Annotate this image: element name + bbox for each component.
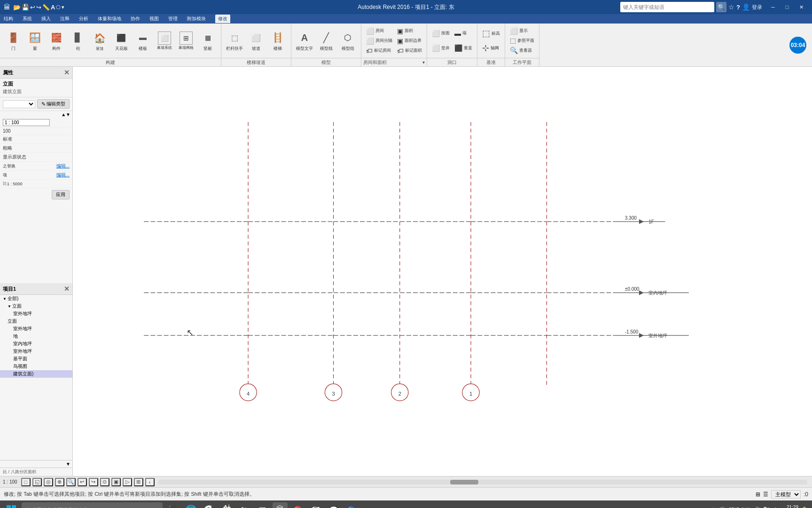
ribbon-btn-column[interactable]: ▊ 柱 [68, 26, 88, 56]
info-link-view[interactable]: 视图 [149, 16, 159, 22]
info-link-insert[interactable]: 插入 [41, 16, 51, 22]
ribbon-btn-window[interactable]: 🪟 窗 [24, 26, 45, 56]
canvas-area[interactable]: 4 3 2 1 3.300 1F ±0.000 室内地坪 -1.500 [73, 67, 812, 476]
qa-undo[interactable]: ↩ [30, 4, 35, 11]
ribbon-btn-component[interactable]: 🧱 构件 [46, 26, 67, 56]
tree-item-all[interactable]: ▼ 全部) [0, 295, 72, 302]
ribbon-btn-ceiling[interactable]: ⬛ 天花板 [111, 26, 132, 56]
apply-btn[interactable]: 应用 [52, 190, 70, 199]
info-link-annotate[interactable]: 注释 [60, 16, 70, 22]
ribbon-btn-tagroom[interactable]: 🏷 标记房间 [364, 46, 394, 56]
ribbon-btn-ramp[interactable]: ⬜ 坡道 [246, 26, 266, 56]
qa-snap[interactable]: ⬡ [56, 4, 61, 11]
project-browser-close-btn[interactable]: ✕ [64, 285, 70, 293]
search-input[interactable] [620, 2, 714, 12]
window-minimize[interactable]: ─ [766, 2, 780, 12]
ribbon-btn-byface[interactable]: ⬜ 按面 [430, 29, 452, 38]
timer-badge[interactable]: 03:04 [789, 37, 806, 54]
notification-btn[interactable]: 🔔 [800, 506, 808, 508]
start-btn[interactable] [4, 502, 19, 508]
bt-btn-3d[interactable]: ▷ [123, 478, 132, 486]
bt-btn-undo2[interactable]: ↩ [78, 478, 87, 486]
bt-btn-rect[interactable]: □ [21, 478, 31, 486]
prop-edit1-value[interactable]: 编辑... [56, 163, 70, 169]
taskbar-search[interactable]: 在这里输入你要搜索的内容 [22, 502, 163, 508]
ribbon-btn-modelgroup[interactable]: ⬡ 模型组 [337, 26, 358, 56]
tree-item-outdoor2[interactable]: 室外地坪 [0, 325, 72, 333]
tray-volume[interactable]: 🔊 [753, 507, 760, 508]
tree-item-outdoor1[interactable]: 室外地坪 [0, 310, 72, 318]
ribbon-btn-stair[interactable]: 🪜 楼梯 [267, 26, 288, 56]
bt-btn-crop[interactable]: ◱ [32, 478, 42, 486]
ribbon-btn-tagarea[interactable]: 🏷 标记面积 [395, 46, 424, 56]
ribbon-btn-railing[interactable]: ⬚ 栏杆扶手 [224, 26, 245, 56]
login-label[interactable]: 登录 [752, 4, 762, 11]
info-link-modify[interactable]: 修改 [215, 15, 230, 23]
favorites-btn[interactable]: ☆ [728, 3, 734, 11]
ribbon-btn-shaft[interactable]: ⬜ 坚井 [430, 43, 452, 53]
prop-scale-input[interactable] [3, 119, 50, 126]
ribbon-btn-grid[interactable]: ⊹ 轴网 [480, 43, 502, 53]
tray-arrow[interactable]: ⌃ [710, 507, 716, 508]
tray-network2[interactable]: 📡 [763, 507, 771, 508]
taskbar-icon-taskview[interactable]: ⬛ [165, 502, 180, 508]
bt-btn-more[interactable]: ‹ [145, 478, 155, 486]
taskbar-icon-app5[interactable]: 🔵 [344, 502, 359, 508]
status-icon2[interactable]: ☰ [763, 491, 768, 498]
taskbar-icon-app3[interactable]: 🗺 [308, 502, 323, 508]
info-link-massing[interactable]: 体量和场地 [98, 16, 121, 22]
bt-btn-redo2[interactable]: ↪ [89, 478, 98, 486]
qa-more[interactable]: ▾ [62, 4, 64, 11]
bt-btn-measure2[interactable]: ⊙ [100, 478, 109, 486]
info-link-addon[interactable]: 附加模块 [187, 16, 206, 22]
ribbon-btn-roomsep[interactable]: ⬜ 房间分隔 [364, 36, 394, 46]
type-selector[interactable] [3, 100, 35, 108]
bt-btn-zoom-region[interactable]: 🔍 [66, 478, 76, 486]
tree-item-outdoor3[interactable]: 室外地坪 [0, 348, 72, 355]
qa-text[interactable]: A [51, 4, 55, 11]
ribbon-btn-floor[interactable]: ▬ 楼板 [133, 26, 153, 56]
window-close[interactable]: ✕ [794, 2, 808, 12]
qa-open[interactable]: 📂 [13, 4, 21, 11]
room-dropdown-icon[interactable]: ▾ [422, 60, 425, 65]
ribbon-btn-mullion[interactable]: ▦ 竖梃 [197, 26, 218, 56]
view-mode-selector[interactable]: 主模型 [771, 490, 801, 499]
tree-item-elevation[interactable]: ▼ 立面 [0, 302, 72, 310]
h-scrollbar-thumb[interactable] [450, 480, 478, 484]
ribbon-btn-level[interactable]: ⬚ 标高 [480, 29, 502, 38]
ribbon-btn-refplane[interactable]: ⬚ 参照平面 [508, 36, 536, 45]
info-link-collaborate[interactable]: 协作 [131, 16, 140, 22]
ribbon-btn-wall-opening[interactable]: ▬ 墙 [453, 29, 474, 38]
bt-btn-grid2[interactable]: ⊞ [134, 478, 143, 486]
ribbon-btn-vertical[interactable]: ⬛ 垂直 [453, 43, 474, 53]
scroll-up[interactable]: ▲ [61, 112, 66, 117]
tray-network[interactable]: 🌐 [718, 507, 726, 508]
ribbon-btn-roof[interactable]: 🏠 屋顶 [89, 26, 110, 56]
project-scroll-down[interactable]: ▼ [66, 461, 70, 467]
ribbon-btn-modelline[interactable]: ╱ 模型线 [316, 26, 336, 56]
tree-item-baseplane[interactable]: 基平面 [0, 355, 72, 363]
ribbon-btn-modeltext[interactable]: A 模型文字 [294, 26, 315, 56]
ribbon-btn-curtaingrid[interactable]: ⊞ 幕墙网格 [176, 26, 196, 56]
taskbar-icon-ie[interactable]: 🌐 [183, 502, 198, 508]
taskbar-icon-edge[interactable]: 🌊 [201, 502, 216, 508]
prop-edit2-value[interactable]: 编辑... [56, 172, 70, 178]
edit-type-btn[interactable]: ✎ 编辑类型 [37, 99, 70, 109]
qa-measure[interactable]: 📏 [42, 4, 50, 11]
ribbon-btn-curtainwall[interactable]: ⬜ 幕墙系统 [154, 26, 175, 56]
bt-btn-zoom-in[interactable]: ⊕ [55, 478, 64, 486]
ribbon-btn-show[interactable]: ⬜ 显示 [508, 26, 536, 36]
tree-item-elevation2[interactable]: 立面 [0, 318, 72, 325]
ribbon-btn-area[interactable]: ▣ 面积 [395, 26, 424, 36]
taskbar-icon-app4[interactable]: 💬 [326, 502, 341, 508]
h-scrollbar[interactable] [158, 480, 807, 484]
taskbar-icon-revit[interactable]: 🏛 [273, 502, 288, 508]
qa-redo[interactable]: ↪ [36, 4, 41, 11]
qa-save[interactable]: 💾 [22, 4, 29, 11]
taskbar-icon-store[interactable]: 🛍 [237, 502, 252, 508]
bt-btn-render[interactable]: ▣ [111, 478, 121, 486]
status-icon1[interactable]: ⊞ [756, 491, 760, 498]
info-link-structure[interactable]: 结构 [4, 16, 13, 22]
taskbar-icon-app2[interactable]: 🔴 [290, 502, 305, 508]
info-link-system[interactable]: 系统 [23, 16, 32, 22]
